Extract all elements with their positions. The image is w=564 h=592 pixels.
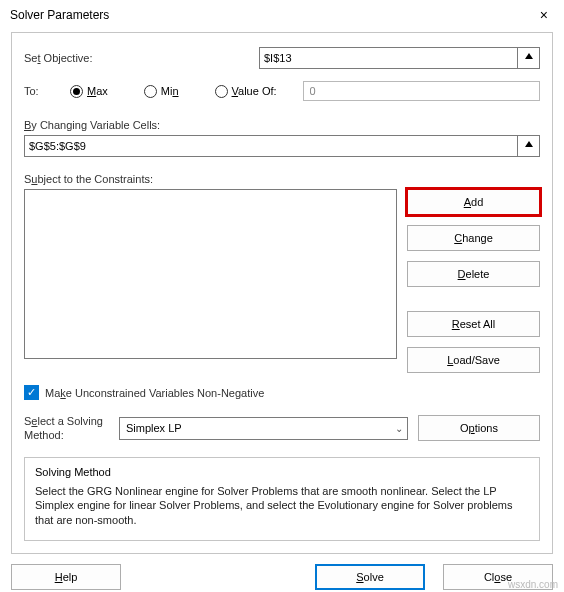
to-label: To: xyxy=(24,85,64,97)
add-button[interactable]: Add xyxy=(407,189,540,215)
radio-icon xyxy=(215,85,228,98)
method-selected-value: Simplex LP xyxy=(126,422,182,434)
nonneg-label: Make Unconstrained Variables Non-Negativ… xyxy=(45,387,264,399)
solving-method-description: Solving Method Select the GRG Nonlinear … xyxy=(24,457,540,542)
watermark: wsxdn.com xyxy=(508,579,558,590)
desc-title: Solving Method xyxy=(35,466,529,478)
set-objective-label: Set Objective: xyxy=(24,52,134,64)
objective-ref-button[interactable] xyxy=(518,47,540,69)
radio-icon xyxy=(144,85,157,98)
constraints-label: Subject to the Constraints: xyxy=(24,173,153,185)
chevron-down-icon: ⌄ xyxy=(395,423,403,434)
collapse-ref-icon xyxy=(523,51,535,65)
value-of-input[interactable] xyxy=(303,81,540,101)
dialog-title: Solver Parameters xyxy=(10,8,109,22)
radio-min[interactable]: Min xyxy=(144,85,179,98)
constraints-listbox[interactable] xyxy=(24,189,397,359)
method-select[interactable]: Simplex LP ⌄ xyxy=(119,417,408,440)
radio-value-of[interactable]: Value Of: xyxy=(215,85,277,98)
collapse-ref-icon xyxy=(523,139,535,153)
load-save-button[interactable]: Load/Save xyxy=(407,347,540,373)
close-icon[interactable]: × xyxy=(532,5,556,25)
help-button[interactable]: Help xyxy=(11,564,121,590)
objective-input[interactable] xyxy=(259,47,518,69)
by-changing-label: By Changing Variable Cells: xyxy=(24,119,160,131)
radio-icon xyxy=(70,85,83,98)
method-label: Select a Solving Method: xyxy=(24,414,109,443)
delete-button[interactable]: Delete xyxy=(407,261,540,287)
options-button[interactable]: Options xyxy=(418,415,540,441)
check-icon: ✓ xyxy=(27,387,36,398)
solve-button[interactable]: Solve xyxy=(315,564,425,590)
desc-text: Select the GRG Nonlinear engine for Solv… xyxy=(35,484,529,529)
change-button[interactable]: Change xyxy=(407,225,540,251)
variable-cells-ref-button[interactable] xyxy=(518,135,540,157)
nonneg-checkbox[interactable]: ✓ xyxy=(24,385,39,400)
variable-cells-input[interactable] xyxy=(24,135,518,157)
radio-max[interactable]: Max xyxy=(70,85,108,98)
reset-all-button[interactable]: Reset All xyxy=(407,311,540,337)
